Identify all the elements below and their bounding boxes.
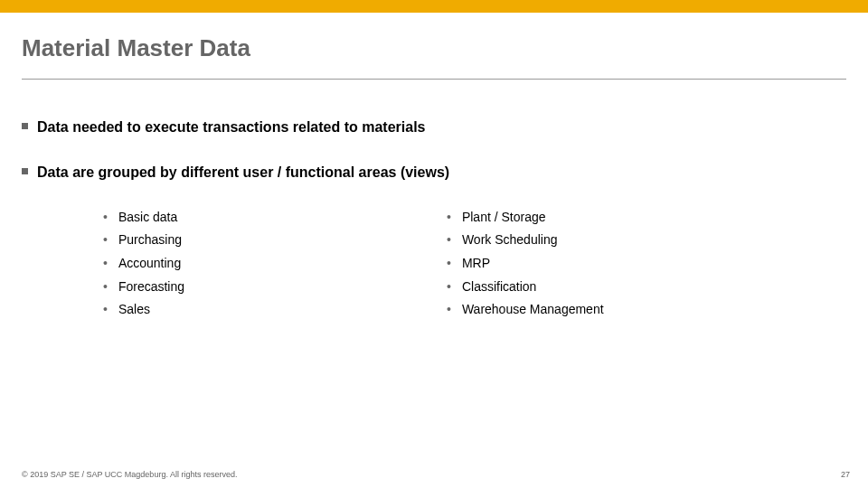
dot-bullet-icon: •	[103, 255, 108, 273]
dot-bullet-icon: •	[447, 209, 451, 227]
bullet-text: Data are grouped by different user / fun…	[37, 163, 449, 183]
dot-bullet-icon: •	[103, 231, 108, 249]
dot-bullet-icon: •	[447, 278, 451, 296]
sub-item-label: Accounting	[118, 255, 181, 273]
list-item: • Sales	[103, 301, 447, 319]
sub-item-label: Sales	[118, 301, 150, 319]
sub-column-left: • Basic data • Purchasing • Accounting •…	[103, 209, 447, 324]
list-item: • Forecasting	[103, 278, 447, 296]
sub-item-label: Plant / Storage	[462, 209, 546, 227]
content-area: Data needed to execute transactions rela…	[0, 80, 868, 324]
sub-item-label: Basic data	[118, 209, 177, 227]
list-item: • Plant / Storage	[447, 209, 790, 227]
dot-bullet-icon: •	[103, 209, 108, 227]
sub-item-label: Purchasing	[118, 231, 182, 249]
page-number: 27	[841, 470, 850, 479]
square-bullet-icon	[22, 168, 28, 174]
accent-bar	[0, 0, 868, 13]
sub-item-label: Classification	[462, 278, 536, 296]
main-bullet: Data needed to execute transactions rela…	[22, 117, 846, 137]
sub-item-label: MRP	[462, 255, 490, 273]
dot-bullet-icon: •	[103, 278, 108, 296]
square-bullet-icon	[22, 123, 28, 129]
copyright-text: © 2019 SAP SE / SAP UCC Magdeburg. All r…	[22, 470, 237, 479]
bullet-text: Data needed to execute transactions rela…	[37, 117, 425, 137]
sub-item-label: Forecasting	[118, 278, 184, 296]
sub-columns: • Basic data • Purchasing • Accounting •…	[22, 209, 846, 324]
dot-bullet-icon: •	[103, 301, 108, 319]
sub-item-label: Work Scheduling	[462, 231, 558, 249]
main-bullet: Data are grouped by different user / fun…	[22, 163, 846, 183]
sub-item-label: Warehouse Management	[462, 301, 604, 319]
list-item: • Work Scheduling	[447, 231, 790, 249]
list-item: • Classification	[447, 278, 790, 296]
list-item: • Basic data	[103, 209, 447, 227]
footer: © 2019 SAP SE / SAP UCC Magdeburg. All r…	[0, 463, 868, 488]
list-item: • Warehouse Management	[447, 301, 790, 319]
list-item: • MRP	[447, 255, 790, 273]
sub-column-right: • Plant / Storage • Work Scheduling • MR…	[447, 209, 790, 324]
dot-bullet-icon: •	[447, 231, 451, 249]
dot-bullet-icon: •	[447, 301, 451, 319]
dot-bullet-icon: •	[447, 255, 451, 273]
list-item: • Accounting	[103, 255, 447, 273]
slide-title: Material Master Data	[0, 13, 868, 79]
list-item: • Purchasing	[103, 231, 447, 249]
